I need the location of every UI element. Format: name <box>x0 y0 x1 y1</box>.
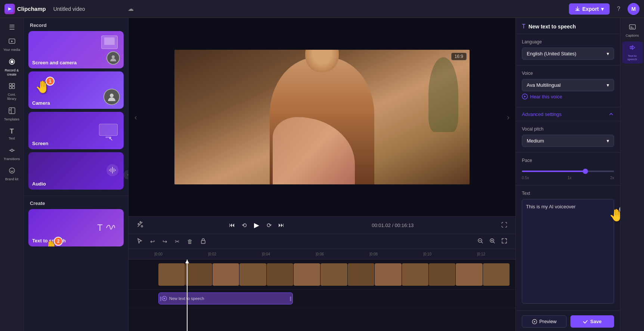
skip-to-end-button[interactable]: ⏭ <box>276 220 287 230</box>
sidebar-label-record-create: Record &create <box>5 68 19 77</box>
pace-min-label: 0.5x <box>522 176 529 180</box>
fullscreen-button[interactable]: ⛶ <box>499 220 510 230</box>
record-card-screen-camera[interactable]: Screen and camera <box>28 31 124 68</box>
step-badge-3: 3 <box>619 205 620 214</box>
playhead[interactable] <box>187 260 188 331</box>
camera-label: Camera <box>32 100 50 106</box>
skip-to-start-button[interactable]: ⏮ <box>227 220 237 230</box>
left-sidebar: ☰ Your media Record &create Cont. librar… <box>0 18 24 331</box>
advanced-settings-toggle[interactable]: Advanced settings <box>516 107 620 121</box>
preview-label: Preview <box>539 319 557 324</box>
tts-card-label: Text to speech <box>32 238 66 243</box>
fast-forward-button[interactable]: ⟳ <box>264 220 274 230</box>
video-thumb-3 <box>213 263 239 286</box>
hear-voice-button[interactable]: Hear this voice <box>522 91 562 102</box>
magic-edit-button[interactable] <box>134 220 146 231</box>
center-area: ‹ › <box>129 18 515 331</box>
svg-point-14 <box>110 94 114 97</box>
text-icon: T <box>10 128 14 135</box>
top-bar: Clipchamp ☁ Export ▾ ? M <box>0 0 644 18</box>
vocal-pitch-arrow: ▾ <box>607 138 609 144</box>
screen-camera-decoration <box>101 36 118 49</box>
video-thumb-10 <box>402 263 428 286</box>
app-name: Clipchamp <box>17 6 46 12</box>
select-tool[interactable] <box>134 236 145 246</box>
sidebar-label-templates: Templates <box>4 117 19 122</box>
svg-rect-4 <box>9 83 12 86</box>
pace-label: Pace <box>522 158 614 163</box>
tts-clip[interactable]: New text to speech ‖ ‖ <box>158 292 293 304</box>
ruler-mark-4: |0:04 <box>262 252 270 256</box>
vocal-pitch-section: Vocal pitch Medium ▾ <box>516 121 620 153</box>
redo-button[interactable]: ↪ <box>160 237 170 246</box>
far-right-captions[interactable]: Captions <box>622 21 643 40</box>
record-cards-grid: Screen and camera Camera Screen ↖ <box>24 31 128 194</box>
sidebar-item-transitions[interactable]: Transitions <box>1 144 22 163</box>
help-button[interactable]: ? <box>613 4 624 14</box>
voice-dropdown[interactable]: Ava Multilingual ▾ <box>522 79 614 91</box>
sidebar-label-transitions: Transitions <box>4 157 20 161</box>
sidebar-item-brand-kit[interactable]: Brand kit <box>1 165 22 184</box>
timeline-area: |0:00 |0:02 |0:04 |0:06 |0:08 |0:10 |0:1… <box>129 249 515 331</box>
video-thumb-2 <box>185 263 212 286</box>
pace-slider[interactable] <box>522 171 614 172</box>
record-card-audio[interactable]: Audio <box>28 152 124 190</box>
pace-slider-container: 0.5x 1x 2x <box>522 167 614 180</box>
play-pause-button[interactable]: ▶ <box>251 220 262 231</box>
create-card-tts[interactable]: 🤚 2 T Text to speech <box>28 209 124 246</box>
language-dropdown[interactable]: English (United States) ▾ <box>522 47 614 60</box>
user-avatar[interactable]: M <box>628 3 640 15</box>
video-track[interactable] <box>158 263 510 286</box>
sidebar-label-brand-kit: Brand kit <box>5 177 19 181</box>
sidebar-item-record-create[interactable]: Record &create <box>1 56 22 79</box>
far-right-sidebar: Captions Text to speech <box>620 18 644 331</box>
sidebar-item-your-media[interactable]: Your media <box>1 35 22 54</box>
video-frame: 16:9 <box>174 50 470 184</box>
preview-button[interactable]: Preview <box>522 315 567 328</box>
sidebar-label-your-media: Your media <box>3 48 20 52</box>
aspect-ratio-badge: 16:9 <box>451 53 467 60</box>
topbar-right-actions: Export ▾ ? M <box>569 3 640 15</box>
preview-right-arrow[interactable]: › <box>507 113 510 122</box>
screen-label: Screen <box>32 141 48 146</box>
panel-header: T New text to speech <box>516 18 620 34</box>
tts-clip-handle-right[interactable]: ‖ <box>290 296 292 301</box>
video-thumb-1 <box>158 263 185 286</box>
vocal-pitch-dropdown[interactable]: Medium ▾ <box>522 135 614 147</box>
text-input[interactable]: This is my AI voiceover <box>522 199 614 304</box>
record-card-screen[interactable]: Screen ↖ <box>28 112 124 149</box>
export-button[interactable]: Export ▾ <box>569 3 610 15</box>
video-title-input[interactable] <box>50 4 122 13</box>
far-right-tts[interactable]: Text to speech <box>622 42 643 64</box>
content-library-icon <box>8 82 16 92</box>
advanced-settings-label: Advanced settings <box>522 111 561 117</box>
time-separator: / <box>392 223 395 228</box>
sidebar-item-menu[interactable]: ☰ <box>1 21 22 34</box>
tts-clip-handle-left[interactable]: ‖ <box>160 296 162 301</box>
save-button[interactable]: Save <box>570 315 614 328</box>
preview-left-arrow[interactable]: ‹ <box>134 113 137 122</box>
sidebar-item-content-library[interactable]: Cont. library <box>1 80 22 103</box>
svg-point-12 <box>9 168 15 173</box>
svg-point-3 <box>10 60 13 63</box>
undo-button[interactable]: ↩ <box>148 237 157 246</box>
record-create-icon <box>8 58 16 67</box>
sidebar-item-templates[interactable]: Templates <box>1 105 22 124</box>
lock-button[interactable] <box>198 236 208 246</box>
fit-to-window-button[interactable] <box>499 236 510 246</box>
export-label: Export <box>582 6 599 12</box>
video-preview-area: ‹ › <box>129 18 515 216</box>
zoom-out-button[interactable] <box>475 236 486 246</box>
main-content: ☰ Your media Record &create Cont. librar… <box>0 18 644 331</box>
delete-button[interactable]: 🗑 <box>185 237 195 246</box>
sidebar-item-text[interactable]: T Text <box>1 125 22 143</box>
pace-labels: 0.5x 1x 2x <box>522 176 614 180</box>
rewind-button[interactable]: ⟲ <box>239 220 249 230</box>
sidebar-label-text: Text <box>9 137 15 141</box>
video-controls-bar: ⏮ ⟲ ▶ ⟳ ⏭ 00:01.02 / 00:16:13 ⛶ <box>129 216 515 234</box>
voice-dropdown-arrow: ▾ <box>607 82 609 88</box>
record-card-camera[interactable]: Camera <box>28 71 124 109</box>
zoom-in-button[interactable] <box>487 236 498 246</box>
cut-button[interactable]: ✂ <box>173 237 182 246</box>
export-arrow: ▾ <box>601 6 604 12</box>
